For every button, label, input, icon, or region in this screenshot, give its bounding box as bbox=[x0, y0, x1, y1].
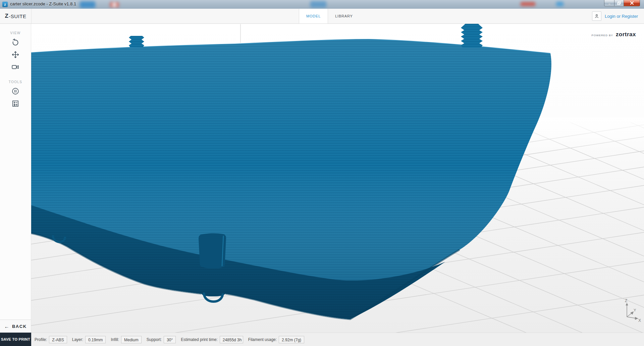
pause-tool-button[interactable] bbox=[8, 86, 23, 96]
save-to-print-button[interactable]: SAVE TO PRINT bbox=[0, 333, 31, 346]
support-value: 30° bbox=[164, 336, 176, 343]
close-icon bbox=[630, 1, 634, 5]
layer-value: 0.19mm bbox=[85, 336, 106, 343]
app-header: Z-SUITE MODEL LIBRARY Login or Register bbox=[0, 9, 644, 24]
app-icon: z bbox=[2, 2, 8, 7]
back-arrow-icon: ← bbox=[4, 324, 10, 329]
minimize-button[interactable] bbox=[604, 0, 614, 6]
titlebar-glass-artifact bbox=[110, 2, 119, 7]
axis-label-y: Y bbox=[634, 308, 636, 312]
user-icon bbox=[592, 11, 601, 21]
powered-by: POWERED BY zortrax bbox=[592, 31, 636, 38]
move-icon bbox=[11, 50, 20, 59]
print-time-value: 24855d 3h 1 bbox=[220, 336, 243, 343]
titlebar-glass-artifact bbox=[310, 1, 326, 8]
status-bar: Profile: Z-ABS Layer: 0.19mm Infill: Med… bbox=[31, 333, 644, 346]
restore-icon bbox=[617, 1, 621, 5]
print-model bbox=[31, 24, 551, 319]
build-plate-scene: Z Y X bbox=[31, 24, 644, 333]
zortrax-brand: zortrax bbox=[616, 31, 636, 38]
tools-section-label: TOOLS bbox=[9, 80, 22, 84]
print-settings-icon bbox=[11, 99, 20, 108]
login-label: Login or Register bbox=[605, 14, 638, 19]
powered-by-label: POWERED BY bbox=[592, 34, 613, 37]
back-button[interactable]: ← BACK bbox=[0, 320, 31, 333]
filament-usage-value: 2.92m (7g) bbox=[279, 336, 304, 343]
profile-label: Profile: bbox=[35, 337, 47, 342]
titlebar-glass-artifact bbox=[556, 2, 564, 6]
restore-button[interactable] bbox=[614, 0, 624, 6]
main-tabs: MODEL LIBRARY bbox=[299, 9, 360, 23]
view-section-label: VIEW bbox=[10, 31, 20, 35]
z-suite-window: z carter slicer.zcode - Z-Suite v1.8.1 Z… bbox=[0, 0, 644, 346]
titlebar-glass-artifact bbox=[521, 2, 535, 6]
print-time-label: Estimated print time: bbox=[181, 337, 217, 342]
profile-value: Z-ABS bbox=[49, 336, 67, 343]
axis-indicator: Z Y X bbox=[625, 298, 641, 323]
zsuite-logo-suite: -SUITE bbox=[9, 13, 26, 19]
titlebar-glass-artifact bbox=[80, 1, 95, 8]
login-button[interactable]: Login or Register bbox=[592, 11, 638, 21]
move-view-button[interactable] bbox=[8, 50, 23, 60]
back-label: BACK bbox=[12, 324, 27, 329]
filament-usage-label: Filament usage: bbox=[248, 337, 277, 342]
sidebar: VIEW TOOLS bbox=[0, 24, 31, 320]
print-settings-button[interactable] bbox=[8, 99, 23, 109]
window-controls bbox=[604, 0, 640, 6]
axis-label-x: X bbox=[638, 318, 641, 323]
tab-model[interactable]: MODEL bbox=[299, 9, 328, 23]
model-screw-post-left bbox=[129, 36, 144, 47]
zsuite-logo-z: Z bbox=[5, 13, 8, 19]
camera-view-button[interactable] bbox=[8, 62, 23, 72]
infill-value: Medium bbox=[121, 336, 142, 343]
minimize-icon bbox=[607, 1, 611, 5]
pause-icon bbox=[11, 87, 20, 96]
tab-library[interactable]: LIBRARY bbox=[328, 9, 360, 23]
rotate-view-button[interactable] bbox=[8, 37, 23, 47]
layer-label: Layer: bbox=[72, 337, 83, 342]
close-button[interactable] bbox=[624, 0, 640, 6]
support-label: Support: bbox=[147, 337, 162, 342]
camera-icon bbox=[11, 63, 20, 71]
model-screw-post-right bbox=[461, 24, 483, 48]
axis-label-z: Z bbox=[625, 298, 627, 303]
viewport-3d[interactable]: Z Y X POWERED BY zortrax bbox=[31, 24, 644, 333]
infill-label: Infill: bbox=[111, 337, 119, 342]
window-title: carter slicer.zcode - Z-Suite v1.8.1 bbox=[10, 1, 76, 6]
zsuite-logo: Z-SUITE bbox=[0, 9, 32, 23]
window-titlebar: z carter slicer.zcode - Z-Suite v1.8.1 bbox=[0, 0, 644, 9]
rotate-icon bbox=[11, 38, 20, 47]
